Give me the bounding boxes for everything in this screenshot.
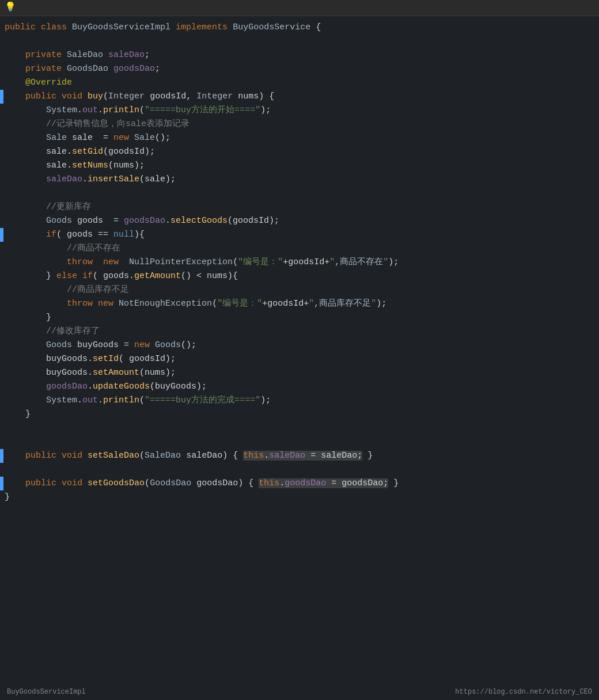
line-content bbox=[0, 435, 599, 449]
editor-container: 💡 public class BuyGoodsServiceImpl imple… bbox=[0, 0, 599, 700]
line-content: private SaleDao saleDao; bbox=[0, 48, 599, 62]
code-line: private GoodsDao goodsDao; bbox=[0, 62, 599, 76]
line-content bbox=[0, 463, 599, 477]
line-content: sale.setGid(goodsId); bbox=[0, 145, 599, 159]
code-line: if( goods == null){ bbox=[0, 228, 599, 242]
code-line: public void buy(Integer goodsId, Integer… bbox=[0, 90, 599, 104]
code-line: //更新库存 bbox=[0, 200, 599, 214]
line-content: buyGoods.setAmount(nums); bbox=[0, 366, 599, 380]
line-indicator bbox=[0, 90, 3, 104]
line-content: //更新库存 bbox=[0, 200, 599, 214]
line-content: if( goods == null){ bbox=[0, 228, 599, 242]
code-line: public void setSaleDao(SaleDao saleDao) … bbox=[0, 449, 599, 463]
line-content: throw new NullPointerException("编号是："+go… bbox=[0, 256, 599, 269]
line-content bbox=[0, 35, 599, 48]
code-line: private SaleDao saleDao; bbox=[0, 48, 599, 62]
line-content: public void setGoodsDao(GoodsDao goodsDa… bbox=[0, 477, 599, 490]
line-content: throw new NotEnoughException("编号是："+good… bbox=[0, 297, 599, 311]
code-line: //商品库存不足 bbox=[0, 283, 599, 297]
code-line: Goods buyGoods = new Goods(); bbox=[0, 338, 599, 352]
code-line bbox=[0, 463, 599, 477]
code-line: throw new NotEnoughException("编号是："+good… bbox=[0, 297, 599, 311]
line-content: } bbox=[0, 408, 599, 421]
line-content: //修改库存了 bbox=[0, 325, 599, 338]
line-content: sale.setNums(nums); bbox=[0, 159, 599, 173]
code-line: sale.setGid(goodsId); bbox=[0, 145, 599, 159]
line-indicator bbox=[0, 477, 3, 490]
line-content: Goods buyGoods = new Goods(); bbox=[0, 338, 599, 352]
line-content: buyGoods.setId( goodsId); bbox=[0, 352, 599, 366]
code-line: System.out.println("=====buy方法的开始===="); bbox=[0, 104, 599, 117]
code-line: public class BuyGoodsServiceImpl impleme… bbox=[0, 21, 599, 35]
code-line bbox=[0, 35, 599, 48]
code-line: throw new NullPointerException("编号是："+go… bbox=[0, 256, 599, 269]
code-line bbox=[0, 421, 599, 435]
code-line: sale.setNums(nums); bbox=[0, 159, 599, 173]
line-content: } bbox=[0, 311, 599, 325]
line-content: //商品不存在 bbox=[0, 242, 599, 256]
line-content: goodsDao.updateGoods(buyGoods); bbox=[0, 380, 599, 394]
line-content: public void buy(Integer goodsId, Integer… bbox=[0, 90, 599, 104]
code-line: System.out.println("=====buy方法的完成===="); bbox=[0, 394, 599, 408]
line-content: saleDao.insertSale(sale); bbox=[0, 173, 599, 187]
code-line: buyGoods.setId( goodsId); bbox=[0, 352, 599, 366]
code-line: //商品不存在 bbox=[0, 242, 599, 256]
line-content: //记录销售信息，向sale表添加记录 bbox=[0, 117, 599, 131]
code-line: //修改库存了 bbox=[0, 325, 599, 338]
code-line: saleDao.insertSale(sale); bbox=[0, 173, 599, 187]
line-content: System.out.println("=====buy方法的完成===="); bbox=[0, 394, 599, 408]
code-line: buyGoods.setAmount(nums); bbox=[0, 366, 599, 380]
line-content: public class BuyGoodsServiceImpl impleme… bbox=[0, 21, 599, 35]
code-line bbox=[0, 435, 599, 449]
line-content bbox=[0, 421, 599, 435]
code-line: //记录销售信息，向sale表添加记录 bbox=[0, 117, 599, 131]
code-line: goodsDao.updateGoods(buyGoods); bbox=[0, 380, 599, 394]
code-line: } bbox=[0, 490, 599, 504]
line-content: public void setSaleDao(SaleDao saleDao) … bbox=[0, 449, 599, 463]
code-line: } else if( goods.getAmount() < nums){ bbox=[0, 269, 599, 283]
line-content: Goods goods = goodsDao.selectGoods(goods… bbox=[0, 214, 599, 228]
code-line: public void setGoodsDao(GoodsDao goodsDa… bbox=[0, 477, 599, 490]
line-content: //商品库存不足 bbox=[0, 283, 599, 297]
line-content: System.out.println("=====buy方法的开始===="); bbox=[0, 104, 599, 117]
code-line: @Override bbox=[0, 76, 599, 90]
code-line bbox=[0, 187, 599, 200]
code-line: Goods goods = goodsDao.selectGoods(goods… bbox=[0, 214, 599, 228]
line-indicator bbox=[0, 228, 3, 242]
line-content: @Override bbox=[0, 76, 599, 90]
line-content: } bbox=[0, 490, 599, 504]
bulb-icon: 💡 bbox=[5, 1, 16, 16]
code-line: } bbox=[0, 408, 599, 421]
line-content: } else if( goods.getAmount() < nums){ bbox=[0, 269, 599, 283]
file-label: BuyGoodsServiceImpl bbox=[0, 684, 93, 700]
line-content: private GoodsDao goodsDao; bbox=[0, 62, 599, 76]
code-line: } bbox=[0, 311, 599, 325]
line-content bbox=[0, 187, 599, 200]
top-bar: 💡 bbox=[0, 0, 599, 16]
code-line: Sale sale = new Sale(); bbox=[0, 131, 599, 145]
line-indicator bbox=[0, 449, 3, 463]
watermark: https://blog.csdn.net/victory_CEO bbox=[448, 684, 599, 700]
line-content: Sale sale = new Sale(); bbox=[0, 131, 599, 145]
code-area: public class BuyGoodsServiceImpl impleme… bbox=[0, 16, 599, 509]
